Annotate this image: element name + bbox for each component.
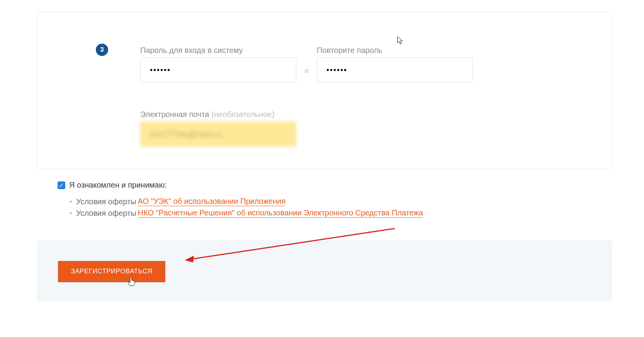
terms-link-1[interactable]: АО "УЭК" об использовании Приложения <box>138 197 286 206</box>
terms-item-1: • Условия оферты АО "УЭК" об использован… <box>70 197 423 206</box>
email-input[interactable] <box>140 122 296 147</box>
register-button[interactable]: ЗАРЕГИСТРИРОВАТЬСЯ <box>58 261 165 282</box>
agreement-row: ✓ Я ознакомлен и принимаю: <box>58 181 167 190</box>
password-label: Пароль для входа в систему <box>140 46 243 55</box>
submit-panel: ЗАРЕГИСТРИРОВАТЬСЯ <box>37 240 612 302</box>
bullet-icon: • <box>70 209 72 218</box>
password-input[interactable] <box>140 58 296 83</box>
terms-list: • Условия оферты АО "УЭК" об использован… <box>70 197 423 220</box>
password-confirm-input[interactable] <box>317 58 473 83</box>
equals-sign: = <box>304 67 309 76</box>
bullet-icon: • <box>70 197 72 206</box>
terms-prefix-1: Условия оферты <box>76 197 136 206</box>
terms-link-2[interactable]: НКО "Расчетные Решения" об использовании… <box>138 208 423 218</box>
email-label: Электронная почта (необязательное) <box>140 110 274 119</box>
step-badge: 3 <box>96 44 108 56</box>
email-optional-hint: (необязательное) <box>211 110 274 119</box>
terms-prefix-2: Условия оферты <box>76 209 136 218</box>
password-confirm-label: Повторите пароль <box>317 46 382 55</box>
registration-form-panel: 3 Пароль для входа в систему = Повторите… <box>37 12 612 169</box>
terms-item-2: • Условия оферты НКО "Расчетные Решения"… <box>70 208 423 218</box>
agreement-label: Я ознакомлен и принимаю: <box>69 181 167 190</box>
agreement-checkbox[interactable]: ✓ <box>58 181 65 189</box>
